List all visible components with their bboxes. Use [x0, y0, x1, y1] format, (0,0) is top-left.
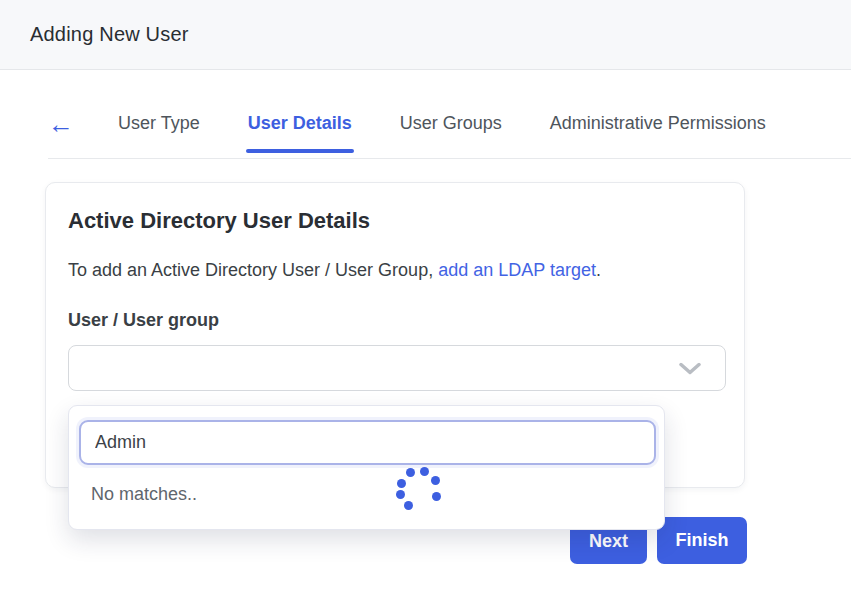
no-matches-text: No matches..: [91, 484, 197, 505]
card-description: To add an Active Directory User / User G…: [68, 260, 724, 281]
tab-label: Administrative Permissions: [550, 113, 766, 134]
dropdown-results-row: No matches..: [69, 465, 664, 523]
back-button[interactable]: ←: [48, 103, 86, 158]
tab-label: User Groups: [400, 113, 502, 134]
adding-new-user-page: Adding New User ← User Type User Details…: [0, 0, 851, 590]
tab-user-details[interactable]: User Details: [248, 103, 352, 158]
add-ldap-target-link[interactable]: add an LDAP target: [438, 260, 596, 280]
back-arrow-icon: ←: [48, 111, 74, 137]
finish-button[interactable]: Finish: [657, 517, 747, 564]
tab-label: User Details: [248, 113, 352, 134]
card-title: Active Directory User Details: [68, 208, 724, 234]
page-header: Adding New User: [0, 0, 851, 70]
dropdown-search-input[interactable]: [79, 420, 656, 465]
chevron-down-icon: [679, 363, 701, 376]
description-period: .: [596, 260, 601, 280]
tab-label: User Type: [118, 113, 200, 134]
tab-user-type[interactable]: User Type: [118, 103, 200, 158]
tab-administrative-permissions[interactable]: Administrative Permissions: [550, 103, 766, 158]
user-group-field-label: User / User group: [68, 310, 724, 331]
user-group-dropdown-panel: No matches..: [68, 405, 665, 530]
tab-user-groups[interactable]: User Groups: [400, 103, 502, 158]
user-group-select[interactable]: [68, 345, 726, 391]
wizard-tabbar: ← User Type User Details User Groups Adm…: [48, 103, 851, 159]
page-title: Adding New User: [30, 23, 189, 46]
description-text: To add an Active Directory User / User G…: [68, 260, 438, 280]
loading-spinner-icon: [365, 465, 455, 523]
